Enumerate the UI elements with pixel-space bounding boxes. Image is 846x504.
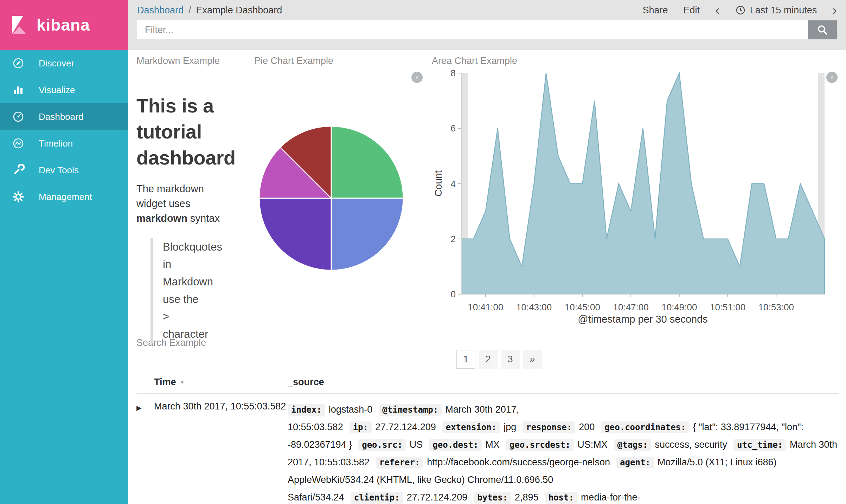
sidebar-item-timelion[interactable]: Timelion — [0, 130, 128, 157]
sort-descending-icon: ▼ — [180, 379, 185, 385]
time-back-button[interactable]: ‹ — [715, 4, 720, 17]
row-source: index:logstash-0@timestamp:March 30th 20… — [288, 401, 839, 504]
field-name-badge: utc_time: — [733, 439, 786, 451]
markdown-blockquote: Blockquotes in Markdown use the > charac… — [150, 238, 204, 343]
edit-button[interactable]: Edit — [684, 5, 700, 16]
field-value: 27.72.124.209 — [407, 492, 468, 503]
pie-chart[interactable] — [257, 124, 405, 272]
table-header: Time ▼ _source — [136, 377, 839, 394]
breadcrumb-current: Example Dashboard — [196, 5, 282, 16]
search-button[interactable] — [808, 20, 837, 39]
page-button-3[interactable]: 3 — [501, 350, 520, 369]
sidebar-item-discover[interactable]: Discover — [0, 50, 128, 77]
time-range-picker[interactable]: Last 15 minutes — [735, 5, 817, 16]
compass-icon — [12, 57, 25, 70]
svg-text:4: 4 — [451, 179, 456, 189]
sidebar-item-management[interactable]: Management — [0, 183, 128, 210]
field-name-badge: clientip: — [351, 492, 403, 504]
sidebar-item-label: Dashboard — [39, 111, 83, 122]
pie-panel-title: Pie Chart Example — [254, 56, 333, 66]
sidebar: kibana Discover Visualize — [0, 0, 128, 504]
time-forward-button[interactable]: › — [832, 4, 837, 17]
search-icon — [816, 24, 828, 36]
gear-icon — [12, 190, 25, 203]
svg-text:6: 6 — [451, 123, 456, 134]
sidebar-item-dashboard[interactable]: Dashboard — [0, 103, 128, 130]
svg-text:10:43:00: 10:43:00 — [516, 302, 552, 312]
pie-panel-collapse-button[interactable]: ‹ — [411, 72, 423, 83]
kibana-logo[interactable]: kibana — [0, 0, 128, 50]
field-name-badge: ip: — [350, 421, 372, 433]
gauge-icon — [12, 110, 25, 123]
bar-chart-icon — [12, 84, 25, 96]
share-button[interactable]: Share — [642, 5, 668, 16]
page-button-2[interactable]: 2 — [479, 350, 498, 369]
page-button-1[interactable]: 1 — [456, 350, 475, 369]
area-x-axis-label: @timestamp per 30 seconds — [537, 314, 748, 325]
field-value: 27.72.124.209 — [375, 422, 436, 432]
pie-slice-2[interactable] — [331, 198, 403, 270]
svg-text:10:51:00: 10:51:00 — [710, 302, 745, 312]
field-name-badge: geo.coordinates: — [601, 421, 689, 433]
sidebar-item-visualize[interactable]: Visualize — [0, 77, 128, 103]
markdown-bold-word: markdown — [136, 213, 187, 224]
clock-icon — [735, 5, 746, 15]
sidebar-item-label: Discover — [39, 58, 74, 69]
sidebar-item-label: Timelion — [39, 138, 73, 149]
svg-text:10:47:00: 10:47:00 — [613, 302, 648, 312]
breadcrumb: Dashboard / Example Dashboard Share Edit… — [128, 0, 846, 20]
row-expand-icon[interactable]: ▶ — [136, 401, 154, 504]
sidebar-item-label: Dev Tools — [39, 165, 79, 176]
field-name-badge: response: — [523, 421, 575, 433]
column-header-source: _source — [288, 377, 839, 388]
kibana-logo-icon — [8, 14, 30, 36]
field-value: MX — [485, 439, 500, 450]
field-name-badge: @timestamp: — [379, 404, 442, 416]
markdown-widget: This is a tutorial dashboard The markdow… — [136, 84, 254, 354]
search-results-table: Time ▼ _source ▶March 30th 2017, 10:55:0… — [136, 377, 839, 504]
field-name-badge: index: — [288, 404, 325, 416]
field-name-badge: geo.src: — [358, 439, 406, 451]
field-name-badge: @tags: — [614, 439, 652, 451]
markdown-paragraph: The markdown widget uses markdown syntax — [136, 181, 223, 226]
table-row: ▶March 30th 2017, 10:55:03.582index:logs… — [136, 394, 839, 504]
pie-slice-1[interactable] — [331, 126, 403, 198]
page-button-last[interactable]: » — [523, 350, 542, 369]
breadcrumb-separator: / — [188, 5, 191, 16]
dashboard-grid: Markdown Example Pie Chart Example Area … — [128, 50, 846, 504]
svg-text:8: 8 — [451, 70, 456, 78]
field-value: 200 — [579, 422, 595, 432]
markdown-panel-title: Markdown Example — [136, 56, 220, 66]
svg-text:10:49:00: 10:49:00 — [661, 302, 697, 312]
row-time: March 30th 2017, 10:55:03.582 — [154, 401, 288, 504]
area-chart[interactable]: 0246810:41:0010:43:0010:45:0010:47:0010:… — [433, 70, 846, 330]
field-name-badge: referer: — [376, 457, 424, 469]
area-y-axis-label: Count — [433, 170, 444, 197]
breadcrumb-dashboard-link[interactable]: Dashboard — [137, 5, 184, 16]
area-panel-title: Area Chart Example — [432, 56, 517, 66]
field-value: 2,895 — [515, 492, 539, 503]
field-name-badge: geo.dest: — [429, 439, 482, 451]
filter-bar — [128, 20, 846, 39]
time-series-icon — [12, 137, 25, 150]
field-name-badge: bytes: — [474, 492, 511, 504]
time-range-label: Last 15 minutes — [750, 5, 817, 16]
pie-slice-3[interactable] — [259, 198, 331, 270]
field-name-badge: agent: — [616, 457, 654, 469]
filter-input[interactable] — [137, 20, 808, 39]
svg-text:0: 0 — [451, 289, 456, 299]
field-value: jpg — [504, 422, 516, 432]
wrench-icon — [12, 164, 25, 176]
sidebar-item-label: Management — [39, 192, 92, 202]
kibana-app: kibana Discover Visualize — [0, 0, 846, 504]
field-name-badge: geo.srcdest: — [506, 439, 574, 451]
topbar: Dashboard / Example Dashboard Share Edit… — [128, 0, 846, 50]
column-header-time[interactable]: Time ▼ — [154, 377, 288, 388]
field-value: US — [410, 439, 423, 450]
sidebar-item-dev-tools[interactable]: Dev Tools — [0, 157, 128, 183]
topbar-actions: Share Edit ‹ Last 15 minutes › — [642, 4, 837, 17]
sidebar-item-label: Visualize — [39, 85, 75, 96]
field-value: logstash-0 — [329, 404, 373, 415]
field-value: success, security — [655, 439, 727, 450]
sidebar-nav: Discover Visualize Dashboard — [0, 50, 128, 210]
